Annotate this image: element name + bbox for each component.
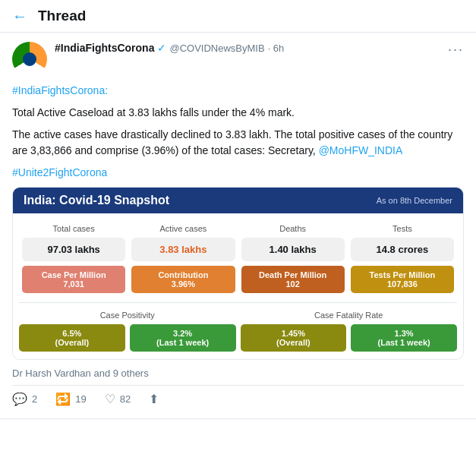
stat-value-0: 97.03 lakhs <box>22 238 125 261</box>
rates-section: Case Positivity6.5%(Overall)3.2%(Last 1 … <box>13 304 463 359</box>
hashtag1-link[interactable]: #IndiaFightsCorona: <box>12 84 108 96</box>
stat-label-1: Active cases <box>160 224 207 233</box>
rate-boxes-1: 1.45%(Overall)1.3%(Last 1 week) <box>241 324 458 352</box>
comment-icon: 💬 <box>12 392 27 406</box>
stat-label-0: Total cases <box>53 224 95 233</box>
stats-grid: Total cases97.03 lakhsCase Per Million7,… <box>13 213 463 301</box>
stat-sub-1: Contribution3.96% <box>131 266 235 293</box>
ministry-link[interactable]: @MoHFW_INDIA <box>319 144 403 156</box>
stat-col-0: Total cases97.03 lakhsCase Per Million7,… <box>19 221 128 296</box>
back-button[interactable]: ← <box>12 8 27 24</box>
stat-value-2: 1.40 lakhs <box>241 238 345 261</box>
tweet-text2: The active cases have drastically declin… <box>12 127 464 159</box>
more-options-button[interactable]: ··· <box>448 42 464 58</box>
stat-sub-2: Death Per Million102 <box>241 266 345 293</box>
rate-box-1-0: 1.45%(Overall) <box>241 324 347 352</box>
avatar <box>12 42 47 77</box>
snapshot-card: India: Covid-19 Snapshot As on 8th Decem… <box>12 187 464 360</box>
tweet-container: #IndiaFightsCorona ✓ @COVIDNewsByMIB · 6… <box>0 33 476 419</box>
stat-sub-0: Case Per Million7,031 <box>22 266 125 293</box>
page-title: Thread <box>38 8 86 24</box>
stat-col-3: Tests14.8 croresTests Per Million107,836 <box>348 221 457 296</box>
verified-icon: ✓ <box>157 42 166 54</box>
tweet-body: #IndiaFightsCorona: Total Active Caseloa… <box>12 83 464 181</box>
hashtag2-link[interactable]: #Unite2FightCorona <box>12 166 107 178</box>
stat-sub-3: Tests Per Million107,836 <box>351 266 454 293</box>
like-count: 82 <box>120 393 131 405</box>
rate-box-0-0: 6.5%(Overall) <box>19 324 125 352</box>
stat-col-1: Active cases3.83 lakhsContribution3.96% <box>128 221 238 296</box>
thread-header: ← Thread <box>0 0 476 33</box>
author-row: #IndiaFightsCorona ✓ @COVIDNewsByMIB · 6… <box>12 42 464 77</box>
engagement-row: 💬 2 🔁 19 ♡ 82 ⬆ <box>12 385 464 409</box>
share-action[interactable]: ⬆ <box>149 392 159 406</box>
author-name-row: #IndiaFightsCorona ✓ @COVIDNewsByMIB · 6… <box>55 42 448 54</box>
stat-value-1: 3.83 lakhs <box>131 238 235 261</box>
like-action[interactable]: ♡ 82 <box>105 392 131 406</box>
rate-group-label-1: Case Fatality Rate <box>241 311 458 320</box>
tweet-text1: Total Active Caseload at 3.83 lakhs fall… <box>12 105 464 121</box>
rate-group-label-0: Case Positivity <box>19 311 236 320</box>
comment-action[interactable]: 💬 2 <box>12 392 37 406</box>
like-icon: ♡ <box>105 392 115 406</box>
rate-group-1: Case Fatality Rate1.45%(Overall)1.3%(Las… <box>241 311 458 352</box>
retweet-icon: 🔁 <box>55 392 71 406</box>
stat-label-3: Tests <box>392 224 412 233</box>
author-info: #IndiaFightsCorona ✓ @COVIDNewsByMIB · 6… <box>55 42 448 54</box>
share-icon: ⬆ <box>149 392 159 406</box>
rate-box-1-1: 1.3%(Last 1 week) <box>351 324 457 352</box>
stat-value-3: 14.8 crores <box>351 238 454 261</box>
stat-label-2: Deaths <box>279 224 306 233</box>
retweet-action[interactable]: 🔁 19 <box>55 392 86 406</box>
divider <box>19 302 457 303</box>
retweet-count: 19 <box>75 393 86 405</box>
tweet-time: · 6h <box>268 43 285 54</box>
stat-col-2: Deaths1.40 lakhsDeath Per Million102 <box>238 221 348 296</box>
rate-group-0: Case Positivity6.5%(Overall)3.2%(Last 1 … <box>19 311 236 352</box>
rate-boxes-0: 6.5%(Overall)3.2%(Last 1 week) <box>19 324 236 352</box>
likes-label: Dr Harsh Vardhan and 9 others <box>12 368 464 379</box>
snapshot-title: India: Covid-19 Snapshot <box>24 194 169 207</box>
rate-box-0-1: 3.2%(Last 1 week) <box>130 324 236 352</box>
comment-count: 2 <box>32 393 37 405</box>
author-handle: @COVIDNewsByMIB <box>169 43 264 54</box>
snapshot-date: As on 8th December <box>377 196 452 205</box>
snapshot-header: India: Covid-19 Snapshot As on 8th Decem… <box>13 188 463 213</box>
author-name: #IndiaFightsCorona <box>55 42 154 54</box>
